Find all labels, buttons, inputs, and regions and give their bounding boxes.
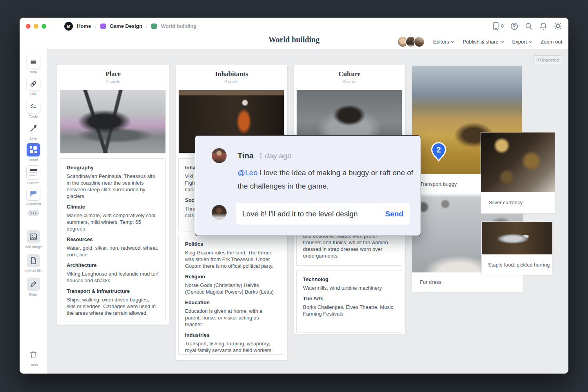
tool-todo[interactable]: To-do [20,100,47,118]
tool-add-image[interactable]: Add image [20,230,47,249]
column-place[interactable]: Place 2 cards Geography Scandinavian Pen… [57,65,169,325]
export-label: Export [512,39,527,45]
section-body: Water, gold, silver, iron, redwood, whea… [67,245,159,258]
avatar[interactable] [414,36,425,47]
settings-gear-icon[interactable] [554,22,562,30]
tool-column[interactable]: Column [20,165,47,185]
notifications-bell-icon[interactable] [539,22,547,30]
tool-trash[interactable]: Trash [20,348,47,367]
more-tools-icon [27,210,39,216]
section-body: Education is given at home, with a paren… [185,308,278,328]
trash-icon [29,350,38,359]
pin-count: 2 [436,145,441,154]
tool-more[interactable] [20,210,47,216]
close-window-button[interactable] [26,24,31,29]
tool-comment[interactable]: Comment [20,187,47,206]
line-arrow-icon [29,124,38,132]
section-body: Marine climate, with comparatively cool … [67,212,159,232]
tool-label: Trash [29,363,38,367]
tool-label: Add image [25,245,42,249]
zoom-out-button[interactable]: Zoom out [541,39,562,45]
board-header: World building Editors Publish & share E… [20,34,568,49]
column-header[interactable]: Place 2 cards [57,65,169,84]
board-color-icon [151,24,157,29]
herring-photo [482,222,552,254]
text-card-culture-2[interactable]: Technolog Watermills, wind turbine machi… [296,270,402,332]
comment-pin[interactable]: 2 [430,142,447,162]
column-header[interactable]: Inhabitants 3 cards [176,65,287,84]
minimize-window-button[interactable] [34,24,38,29]
image-card-shipwreck[interactable] [60,90,166,153]
upload-file-icon [29,257,37,265]
tool-link[interactable]: Link [20,77,47,96]
image-caption: Staple food: pickled herring [488,262,550,268]
section-heading: Education [185,299,278,305]
section-body: Watermills, wind turbine machinery [303,285,396,291]
app-window: M Home / Game Design / World building 0 [20,18,568,374]
breadcrumb-board[interactable]: World building [161,23,196,29]
reply-input-value[interactable]: Love it! I’ll add it to the level design [236,210,379,218]
text-card-inhabitants-2[interactable]: Politics King Gozom rules the land. The … [178,235,284,355]
section-heading: Politics [185,241,278,247]
board-header-actions: Editors Publish & share Export Zoom out [397,34,562,49]
chevron-down-icon [451,41,454,43]
avatar [212,148,227,163]
section-body: Norse Gods (Christianity) Helvits (Genet… [185,282,278,295]
column-title: Culture [294,70,405,78]
search-icon[interactable] [525,22,533,30]
traffic-lights [26,24,46,29]
comment-body-text: I love the idea of making a buggy or raf… [238,169,413,190]
breadcrumb: Home / Game Design / World building [77,23,196,29]
image-card-pickled-herring[interactable]: Staple food: pickled herring [481,221,553,275]
tool-board[interactable]: Board [20,143,47,162]
section-body: Scandinavian Peninsula. Theassus sits in… [67,173,159,200]
publish-share-label: Publish & share [463,39,498,45]
send-button[interactable]: Send [379,210,410,218]
tool-label: Link [30,92,37,96]
column-title: Inhabitants [176,70,287,78]
mobile-device-icon[interactable] [493,22,499,30]
link-icon [30,80,37,87]
comment-popup: Tina 1 day ago @Leo I love the idea of m… [195,135,421,236]
image-card-silver-currency[interactable]: Silver currency [481,132,555,214]
tool-label: To-do [29,114,38,118]
desktop: M Home / Game Design / World building 0 [0,0,588,392]
tool-label: Column [27,181,39,185]
column-title: Place [57,70,169,78]
add-image-icon [29,233,37,241]
silver-currency-photo [481,132,555,192]
column-header[interactable]: Culture 3 cards [294,65,405,84]
breadcrumb-home[interactable]: Home [77,23,91,29]
column-icon [27,166,40,179]
comment-timestamp: 1 day ago [259,152,291,160]
mention-link[interactable]: @Leo [238,169,258,177]
breadcrumb-project[interactable]: Game Design [110,23,142,29]
help-icon[interactable] [510,22,518,30]
image-caption: Silver currency [489,200,523,205]
tool-note[interactable]: Note [20,55,47,74]
tool-label: Board [29,158,38,162]
chevron-down-icon [501,41,504,43]
maximize-window-button[interactable] [42,24,46,29]
reply-input[interactable]: Love it! I’ll add it to the level design… [236,203,410,225]
tool-line[interactable]: Line [20,122,47,140]
text-card-place[interactable]: Geography Scandinavian Peninsula. Theass… [60,158,166,321]
export-dropdown[interactable]: Export [512,39,533,45]
editor-avatars[interactable] [397,36,425,47]
project-color-icon [100,24,106,29]
tool-draw[interactable]: Draw [20,278,47,296]
publish-share-dropdown[interactable]: Publish & share [463,39,504,45]
milanote-logo-icon[interactable]: M [64,22,73,31]
editors-dropdown[interactable]: Editors [433,39,454,45]
section-heading: Resources [67,236,159,242]
section-body: Viking Longhouse and Icelandic mud turf … [67,270,159,284]
tool-upload-file[interactable]: Upload file [20,254,47,273]
section-body: and economic status. Men prefer trousers… [303,232,396,259]
titlebar-actions: 0 [493,22,562,30]
unsorted-badge[interactable]: 0 Unsorted [533,55,562,64]
titlebar: M Home / Game Design / World building 0 [20,18,568,34]
section-body: King Gozom rules the land. The throne wa… [185,249,278,269]
section-heading: Transport & infrastructure [67,288,159,294]
board-canvas[interactable]: 0 Unsorted Place 2 cards Geography Scand… [47,49,568,374]
chevron-down-icon [529,41,532,43]
